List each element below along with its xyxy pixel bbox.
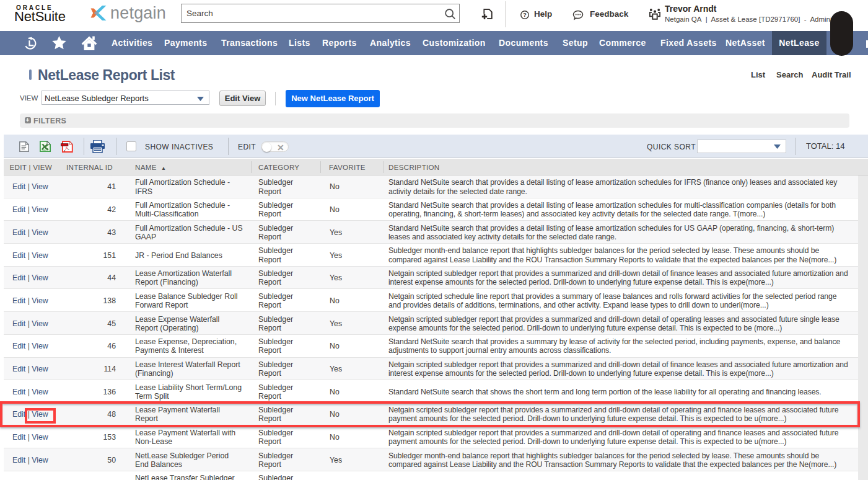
svg-text:?: ? xyxy=(523,11,527,18)
